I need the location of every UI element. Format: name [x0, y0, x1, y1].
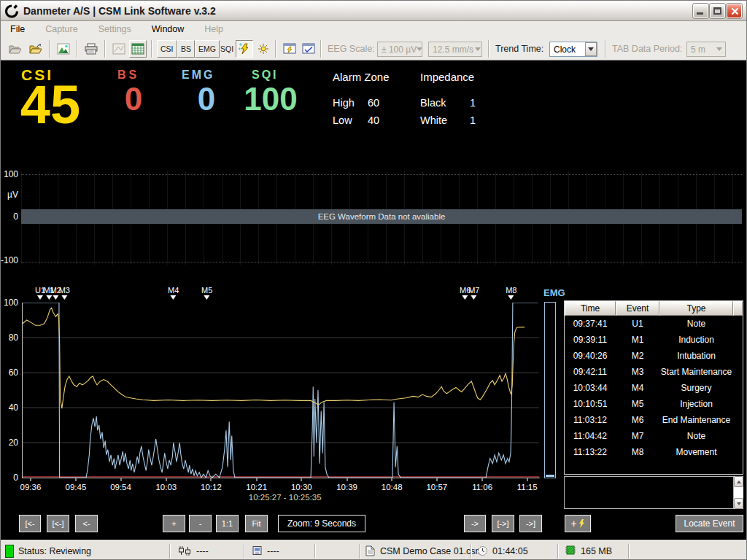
step-forward-button[interactable]: ->: [464, 515, 486, 532]
trend-x-tick: [211, 478, 212, 481]
toggle-bs-button[interactable]: BS: [177, 40, 195, 58]
app-window: Danmeter A/S | CSM Link Software v.3.2 F…: [0, 0, 747, 560]
toolbar-separator: [488, 40, 489, 58]
impedance-title: Impedance: [420, 71, 474, 83]
zoom-in-button[interactable]: +: [163, 515, 185, 532]
chevron-down-icon: [585, 42, 597, 56]
toolbar-separator: [104, 40, 106, 58]
toolbar-separator: [320, 40, 322, 58]
emg-axis-label: EMG: [543, 287, 565, 298]
event-row-m4[interactable]: 10:03:44M4Surgery: [565, 380, 743, 396]
minimize-button[interactable]: [693, 4, 708, 18]
table-icon: [131, 43, 144, 55]
event-table-header: TimeEventType: [565, 301, 743, 316]
event-table: TimeEventType 09:37:41U1Note09:39:11M1In…: [564, 300, 743, 475]
event-marker-m8[interactable]: M8: [506, 287, 516, 303]
brightness-icon: [257, 43, 270, 55]
page-forward-button[interactable]: [->]: [492, 515, 514, 532]
scroll-down-button[interactable]: [734, 498, 743, 509]
print-button[interactable]: [82, 40, 100, 58]
event-table-header-type[interactable]: Type: [659, 301, 733, 316]
eeg-scale-label: EEG Scale:: [328, 44, 375, 54]
event-flash-button[interactable]: [281, 40, 298, 58]
maximize-button[interactable]: [710, 4, 725, 18]
alarm-low-label: Low: [333, 114, 352, 126]
trend-x-label: 11:06: [472, 483, 492, 491]
event-row-u1[interactable]: 09:37:41U1Note: [565, 316, 743, 332]
trend-x-tick: [347, 478, 347, 481]
trend-x-axis: 10:25:27 - 10:25:35 09:3609:4509:5410:03…: [23, 478, 539, 505]
chevron-down-icon: [417, 42, 422, 56]
open-case-button[interactable]: [27, 40, 44, 58]
toggle-sqi-button[interactable]: SQI: [217, 40, 237, 58]
event-row-m2[interactable]: 09:40:26M2Intubation: [565, 348, 743, 364]
close-button[interactable]: [727, 4, 742, 18]
device-icon: [252, 545, 263, 556]
snapshot-button[interactable]: [55, 40, 72, 58]
marker-triangle-icon: [37, 295, 43, 303]
memory-chip-icon: [564, 545, 577, 556]
toolbar-separator: [49, 40, 50, 58]
add-event-button[interactable]: +: [565, 515, 591, 532]
menu-window[interactable]: Window: [146, 23, 190, 36]
status-bar: Status: Reviewing ---- ---- CSM Demo Cas…: [1, 540, 747, 560]
brightness-button[interactable]: [255, 40, 272, 58]
eeg-y-zero: 0: [1, 211, 18, 222]
trend-plot[interactable]: [23, 303, 539, 478]
trend-series-emg: [23, 303, 538, 478]
fit-button[interactable]: Fit: [245, 515, 268, 532]
flash-stars-icon: [238, 43, 251, 55]
jump-start-button[interactable]: [<-: [19, 515, 41, 532]
event-marker-m4[interactable]: M4: [168, 287, 179, 303]
app-logo-icon: [4, 4, 19, 18]
step-back-button[interactable]: <-: [75, 515, 98, 532]
open-file-button[interactable]: [7, 40, 24, 58]
trend-x-tick: [166, 478, 166, 481]
memory-usage: 165 MB: [581, 546, 612, 556]
event-row-m1[interactable]: 09:39:11M1Induction: [565, 332, 743, 348]
zoom-out-button[interactable]: -: [189, 515, 212, 532]
event-row-m7[interactable]: 11:04:42M7Note: [565, 428, 743, 444]
event-marker-m7[interactable]: M7: [468, 287, 479, 303]
show-chart-button[interactable]: [110, 40, 128, 58]
toggle-emg-button[interactable]: EMG: [195, 40, 220, 58]
marker-triangle-icon: [462, 295, 468, 303]
eeg-no-data-banner: EEG Waveform Data not avaliable: [21, 209, 742, 224]
trend-x-tick: [256, 478, 257, 481]
toggle-csi-button[interactable]: CSI: [157, 40, 177, 58]
statusbar-divider: [471, 544, 472, 559]
zoom-level-display: Zoom: 9 Seconds: [278, 515, 365, 532]
event-flash-icon: [283, 43, 296, 55]
print-icon: [85, 43, 98, 55]
open-file-icon: [9, 44, 22, 55]
event-marker-m5[interactable]: M5: [201, 287, 212, 303]
event-scrollbar[interactable]: [734, 476, 743, 509]
page-back-button[interactable]: [<-]: [47, 515, 69, 532]
event-row-m8[interactable]: 11:13:22M8Movement: [565, 444, 743, 460]
one-to-one-button[interactable]: 1:1: [216, 515, 239, 532]
event-marker-m3[interactable]: M3: [59, 287, 70, 303]
statusbar-divider: [628, 544, 630, 559]
trend-x-label: 10:30: [291, 483, 312, 491]
menu-file[interactable]: File: [4, 23, 31, 36]
selection-range-label: 10:25:27 - 10:25:35: [249, 493, 322, 502]
event-check-button[interactable]: [300, 40, 317, 58]
show-table-button[interactable]: [129, 40, 147, 58]
event-row-m6[interactable]: 11:03:12M6End Maintenance: [565, 412, 743, 428]
auto-events-button[interactable]: [236, 40, 253, 58]
event-table-header-blank[interactable]: [733, 301, 743, 316]
locate-event-button[interactable]: Locate Event: [676, 515, 743, 532]
chevron-down-icon: [713, 42, 725, 56]
marker-triangle-icon: [471, 295, 477, 303]
scroll-up-button[interactable]: [734, 476, 743, 487]
event-table-header-time[interactable]: Time: [565, 301, 616, 316]
trend-y-labels: 020406080100: [1, 303, 20, 478]
event-table-header-event[interactable]: Event: [616, 301, 659, 316]
clock-icon: [477, 545, 488, 556]
jump-end-button[interactable]: ->]: [519, 515, 542, 532]
eeg-scale-select: ± 100 µV: [377, 42, 422, 57]
trend-time-select[interactable]: Clock: [549, 42, 597, 57]
device-status-value: ----: [267, 546, 279, 556]
event-row-m3[interactable]: 09:42:11M3Start Maintenance: [565, 364, 743, 380]
event-row-m5[interactable]: 10:10:51M5Injection: [565, 396, 743, 412]
